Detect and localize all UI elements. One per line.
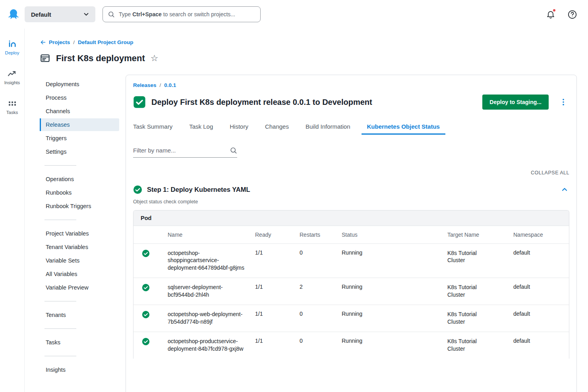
table-row[interactable]: octopetshop-shoppingcartservice-deployme… xyxy=(133,243,569,278)
tab-history[interactable]: History xyxy=(224,119,254,135)
pod-restarts: 2 xyxy=(300,284,342,298)
filter-by-name-input[interactable] xyxy=(133,147,226,154)
pod-status: Running xyxy=(342,284,447,298)
table-row[interactable]: sqlserver-deployment-bcf9544bd-2hl4h 1/1… xyxy=(133,278,569,305)
overflow-menu-button[interactable] xyxy=(557,96,569,108)
pod-status: Running xyxy=(342,311,447,325)
release-title: Deploy First K8s deployment release 0.0.… xyxy=(151,98,477,107)
pod-success-icon xyxy=(142,338,150,346)
table-row[interactable]: octopetshop-web-deployment-7b54dd774b-n8… xyxy=(133,305,569,332)
nav-item-triggers[interactable]: Triggers xyxy=(40,132,119,145)
topbar-actions xyxy=(545,9,579,20)
breadcrumb-projects-link[interactable]: Projects xyxy=(40,39,70,46)
favorite-star-icon[interactable]: ☆ xyxy=(151,54,159,63)
project-nav: Deployments Process Channels Releases Tr… xyxy=(40,75,119,377)
nav-item-runbooks[interactable]: Runbooks xyxy=(40,186,119,199)
top-bar: Default Type Ctrl+Space to search or swi… xyxy=(0,0,588,29)
step-status-text: Object status check complete xyxy=(133,199,569,205)
release-card: Releases / 0.0.1 Deploy First K8s deploy… xyxy=(126,75,577,392)
release-header: Deploy First K8s deployment release 0.0.… xyxy=(133,95,569,110)
nav-item-channels[interactable]: Channels xyxy=(40,105,119,118)
release-version-link[interactable]: 0.0.1 xyxy=(164,82,176,88)
help-button[interactable] xyxy=(567,9,578,20)
nav-item-deployments[interactable]: Deployments xyxy=(40,78,119,91)
page-title: First K8s deployment xyxy=(56,53,145,64)
nav-item-tenants[interactable]: Tenants xyxy=(40,309,119,321)
search-icon xyxy=(230,147,237,154)
rail-item-insights[interactable]: Insights xyxy=(4,69,20,85)
collapse-all-button[interactable]: COLLAPSE ALL xyxy=(531,170,569,176)
rail-item-tasks[interactable]: Tasks xyxy=(6,98,18,115)
tab-kubernetes-object-status[interactable]: Kubernetes Object Status xyxy=(362,119,445,135)
breadcrumb-separator: / xyxy=(73,39,75,45)
space-name: Default xyxy=(31,11,51,18)
nav-item-tenant-variables[interactable]: Tenant Variables xyxy=(40,241,119,253)
octopus-logo-icon xyxy=(7,8,20,21)
nav-item-project-variables[interactable]: Project Variables xyxy=(40,227,119,240)
pod-namespace: default xyxy=(513,284,569,298)
release-breadcrumb: Releases / 0.0.1 xyxy=(133,82,569,88)
global-search-input[interactable]: Type Ctrl+Space to search or switch proj… xyxy=(103,6,261,22)
nav-divider xyxy=(44,356,76,356)
col-header-target: Target Name xyxy=(447,232,513,238)
nav-item-runbook-triggers[interactable]: Runbook Triggers xyxy=(40,200,119,212)
pod-status: Running xyxy=(342,249,447,271)
collapse-step-button[interactable] xyxy=(560,185,569,194)
deploy-to-staging-button[interactable]: Deploy to Staging... xyxy=(482,95,549,110)
nav-item-all-variables[interactable]: All Variables xyxy=(40,268,119,280)
rail-label: Insights xyxy=(4,80,20,85)
pod-restarts: 0 xyxy=(300,311,342,325)
object-group-label: Pod xyxy=(133,210,569,226)
nav-item-variable-preview[interactable]: Variable Preview xyxy=(40,281,119,294)
pod-name: octopetshop-productservice-deployment-84… xyxy=(168,338,255,352)
pod-target: K8s Tutorial Cluster xyxy=(447,311,513,325)
nav-item-releases[interactable]: Releases xyxy=(40,118,119,131)
releases-link[interactable]: Releases xyxy=(133,82,157,88)
search-placeholder: Type Ctrl+Space to search or switch proj… xyxy=(119,11,235,17)
col-header-name: Name xyxy=(168,232,255,238)
col-header-restarts: Restarts xyxy=(300,232,342,238)
nav-item-variable-sets[interactable]: Variable Sets xyxy=(40,254,119,267)
tab-task-summary[interactable]: Task Summary xyxy=(133,119,178,135)
chevron-down-icon xyxy=(83,11,90,18)
table-row[interactable]: octopetshop-productservice-deployment-84… xyxy=(133,332,569,359)
pod-target: K8s Tutorial Cluster xyxy=(447,249,513,271)
pod-success-icon xyxy=(142,284,150,292)
nav-divider xyxy=(44,220,76,220)
left-rail: Deploy Insights Tasks xyxy=(0,29,25,392)
step-header[interactable]: Step 1: Deploy Kubernetes YAML xyxy=(133,185,569,194)
nav-item-insights[interactable]: Insights xyxy=(40,363,119,376)
tab-build-information[interactable]: Build Information xyxy=(300,119,356,135)
pod-target: K8s Tutorial Cluster xyxy=(447,284,513,298)
notifications-button[interactable] xyxy=(545,9,556,20)
col-header-ready: Ready xyxy=(255,232,300,238)
nav-divider xyxy=(44,301,76,301)
nav-divider xyxy=(44,165,76,166)
breadcrumb-group-link[interactable]: Default Project Group xyxy=(78,39,133,45)
pod-ready: 1/1 xyxy=(255,338,300,352)
main-content: Projects / Default Project Group First K… xyxy=(25,29,588,392)
search-icon xyxy=(108,11,115,18)
success-check-icon xyxy=(133,96,146,108)
pod-success-icon xyxy=(142,311,150,319)
pod-namespace: default xyxy=(513,338,569,352)
release-tabs: Task Summary Task Log History Changes Bu… xyxy=(133,119,569,135)
nav-item-settings[interactable]: Settings xyxy=(40,145,119,158)
tab-changes[interactable]: Changes xyxy=(259,119,294,135)
nav-item-tasks[interactable]: Tasks xyxy=(40,336,119,349)
kubernetes-object-table: Pod Name Ready Restarts Status Target Na… xyxy=(133,210,569,359)
octopus-logo[interactable] xyxy=(6,6,21,22)
back-arrow-icon xyxy=(40,39,46,46)
space-switcher[interactable]: Default xyxy=(25,6,95,22)
pod-namespace: default xyxy=(513,249,569,271)
nav-item-process[interactable]: Process xyxy=(40,91,119,104)
rail-item-deploy[interactable]: Deploy xyxy=(5,39,19,55)
pod-success-icon xyxy=(142,249,150,257)
pod-ready: 1/1 xyxy=(255,249,300,271)
nav-item-operations[interactable]: Operations xyxy=(40,173,119,185)
tasks-icon xyxy=(8,98,17,108)
pod-name: octopetshop-web-deployment-7b54dd774b-n8… xyxy=(168,311,255,325)
page-title-row: First K8s deployment ☆ xyxy=(40,53,577,64)
tab-task-log[interactable]: Task Log xyxy=(184,119,219,135)
nav-divider xyxy=(44,328,76,329)
